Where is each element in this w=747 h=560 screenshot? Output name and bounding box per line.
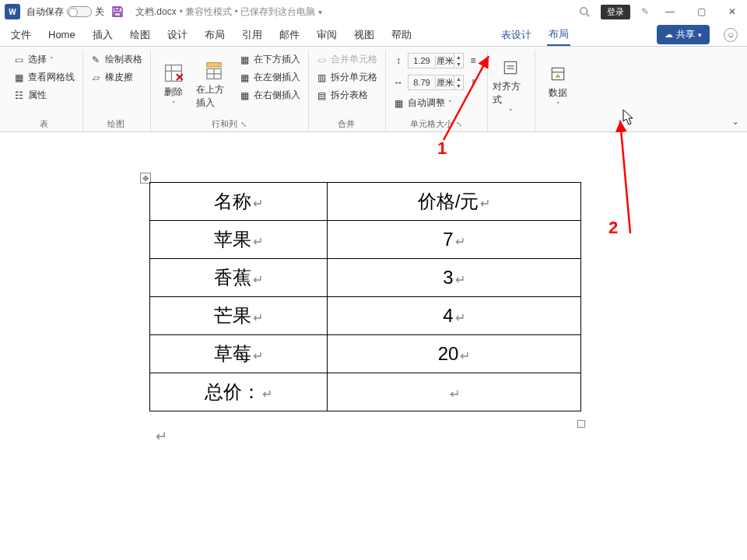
switch-icon[interactable] bbox=[67, 6, 92, 17]
para-mark-icon: ↵ bbox=[253, 273, 263, 286]
tab-design[interactable]: 设计 bbox=[166, 25, 189, 45]
table-cell[interactable]: 草莓↵ bbox=[150, 335, 328, 373]
table-row: 香蕉↵3↵ bbox=[150, 259, 581, 297]
smiley-icon[interactable]: ☺ bbox=[724, 28, 738, 42]
data-button[interactable]: 数据˅ bbox=[540, 51, 576, 121]
tab-layout[interactable]: 布局 bbox=[203, 25, 226, 45]
tab-file[interactable]: 文件 bbox=[9, 25, 33, 45]
pencil-icon: ✎ bbox=[89, 54, 102, 66]
table-resize-handle-icon[interactable] bbox=[577, 420, 585, 428]
distribute-rows-icon[interactable]: ≡ bbox=[467, 54, 479, 67]
table-cell[interactable]: 苹果↵ bbox=[150, 221, 328, 259]
svg-point-0 bbox=[580, 8, 587, 15]
split-cells-button[interactable]: ▥拆分单元格 bbox=[314, 69, 379, 86]
feedback-icon[interactable]: ✎ bbox=[641, 6, 649, 17]
table-cell[interactable]: 4↵ bbox=[328, 297, 581, 335]
spinner-icon[interactable]: ▲▼ bbox=[454, 54, 463, 68]
tab-review[interactable]: 审阅 bbox=[315, 25, 338, 45]
tab-home[interactable]: Home bbox=[47, 26, 77, 44]
document-title: 文档.docx bbox=[135, 5, 177, 19]
chevron-down-icon[interactable]: ▾ bbox=[318, 8, 322, 16]
distribute-cols-icon[interactable]: ⦀ bbox=[467, 76, 479, 89]
table-row: 苹果↵7↵ bbox=[150, 221, 581, 259]
ribbon-group-rowcol: 删除˅ 在上方插入 ▦在下方插入 ▦在左侧插入 ▦在右侧插入 行和列⤡ bbox=[151, 50, 309, 131]
table-cell[interactable]: 总价：↵ bbox=[150, 373, 328, 411]
table-cell[interactable]: 3↵ bbox=[328, 259, 581, 297]
price-table[interactable]: 名称↵价格/元↵ 苹果↵7↵ 香蕉↵3↵ 芒果↵4↵ 草莓↵20↵ 总价：↵↵ bbox=[149, 182, 581, 411]
title-bar: W 自动保存 关 文档.docx • 兼容性模式 • 已保存到这台电脑 ▾ 登录… bbox=[0, 0, 747, 23]
ribbon-group-merge: ▭合并单元格 ▥拆分单元格 ▤拆分表格 合并 bbox=[309, 50, 386, 131]
spinner-icon[interactable]: ▲▼ bbox=[454, 75, 463, 89]
insert-right-button[interactable]: ▦在右侧插入 bbox=[237, 87, 302, 103]
delete-button[interactable]: 删除˅ bbox=[156, 51, 191, 118]
group-label-rowcol: 行和列⤡ bbox=[156, 118, 302, 131]
insert-left-button[interactable]: ▦在左侧插入 bbox=[237, 69, 302, 86]
close-button[interactable]: ✕ bbox=[722, 6, 742, 17]
autofit-button[interactable]: ▦自动调整 ˅ bbox=[391, 95, 481, 111]
table-cell[interactable]: 名称↵ bbox=[150, 183, 328, 221]
insert-below-button[interactable]: ▦在下方插入 bbox=[237, 51, 302, 68]
tab-table-layout[interactable]: 布局 bbox=[547, 24, 570, 46]
search-icon[interactable] bbox=[579, 6, 590, 17]
share-button[interactable]: ☁共享▾ bbox=[657, 25, 710, 44]
row-height-control[interactable]: ↕ 1.29厘米▲▼ ≡ bbox=[391, 51, 481, 70]
autofit-icon: ▦ bbox=[392, 97, 405, 110]
split-table-icon: ▤ bbox=[315, 89, 328, 102]
split-table-button[interactable]: ▤拆分表格 bbox=[314, 87, 379, 103]
tab-help[interactable]: 帮助 bbox=[390, 25, 413, 45]
table-cell[interactable]: 芒果↵ bbox=[150, 297, 328, 335]
alignment-button[interactable]: 对齐方式˅ bbox=[493, 51, 528, 121]
insert-left-icon: ▦ bbox=[238, 72, 251, 84]
para-mark-icon: ↵ bbox=[480, 197, 490, 210]
collapse-ribbon-icon[interactable]: ⌄ bbox=[731, 116, 739, 127]
col-width-control[interactable]: ↔ 8.79厘米▲▼ ⦀ bbox=[391, 73, 481, 92]
delete-icon bbox=[163, 62, 184, 84]
cursor-icon: ▭ bbox=[12, 54, 25, 66]
maximize-button[interactable]: ▢ bbox=[691, 6, 711, 17]
merge-cells-button[interactable]: ▭合并单元格 bbox=[314, 51, 379, 68]
group-label-align bbox=[493, 121, 528, 131]
ribbon-group-draw: ✎绘制表格 ▱橡皮擦 绘图 bbox=[83, 50, 151, 131]
svg-rect-10 bbox=[207, 63, 221, 67]
tab-view[interactable]: 视图 bbox=[352, 25, 376, 45]
document-area[interactable]: ✥ 名称↵价格/元↵ 苹果↵7↵ 香蕉↵3↵ 芒果↵4↵ 草莓↵20↵ 总价：↵… bbox=[0, 132, 747, 560]
table-cell[interactable]: 香蕉↵ bbox=[150, 259, 328, 297]
tab-mailings[interactable]: 邮件 bbox=[278, 25, 301, 45]
tab-table-design[interactable]: 表设计 bbox=[500, 25, 533, 45]
table-cell[interactable]: 20↵ bbox=[328, 335, 581, 373]
group-label-data bbox=[540, 121, 576, 131]
table-row: 总价：↵↵ bbox=[150, 373, 581, 411]
minimize-button[interactable]: — bbox=[660, 6, 680, 17]
login-button[interactable]: 登录 bbox=[601, 5, 630, 19]
dialog-launcher-icon[interactable]: ⤡ bbox=[240, 120, 247, 128]
width-icon: ↔ bbox=[392, 76, 405, 89]
properties-button[interactable]: ☷属性 bbox=[11, 87, 76, 103]
save-icon[interactable] bbox=[110, 5, 124, 19]
gridlines-button[interactable]: ▦查看网格线 bbox=[11, 69, 76, 86]
svg-line-1 bbox=[587, 14, 590, 17]
dialog-launcher-icon[interactable]: ⤡ bbox=[456, 120, 462, 128]
document-subtitle: • 兼容性模式 • 已保存到这台电脑 bbox=[180, 5, 315, 19]
table-cell[interactable]: 7↵ bbox=[328, 221, 581, 259]
table-cell[interactable]: 价格/元↵ bbox=[328, 183, 581, 221]
select-button[interactable]: ▭选择 ˅ bbox=[11, 51, 76, 68]
eraser-button[interactable]: ▱橡皮擦 bbox=[88, 69, 144, 86]
svg-rect-11 bbox=[504, 61, 516, 73]
para-mark-icon: ↵ bbox=[450, 387, 460, 401]
para-mark-icon: ↵ bbox=[253, 311, 263, 324]
autosave-toggle[interactable]: 自动保存 关 bbox=[26, 5, 104, 19]
insert-above-button[interactable]: 在上方插入 bbox=[196, 51, 232, 118]
para-mark-icon: ↵ bbox=[455, 311, 465, 324]
tab-insert[interactable]: 插入 bbox=[91, 25, 114, 45]
eraser-icon: ▱ bbox=[89, 72, 102, 84]
para-mark-icon: ↵ bbox=[253, 197, 263, 210]
group-label-merge: 合并 bbox=[314, 118, 379, 131]
table-cell[interactable]: ↵ bbox=[328, 373, 581, 411]
svg-rect-2 bbox=[166, 65, 182, 81]
tab-draw[interactable]: 绘图 bbox=[128, 25, 152, 45]
draw-table-button[interactable]: ✎绘制表格 bbox=[88, 51, 144, 68]
tab-references[interactable]: 引用 bbox=[240, 25, 264, 45]
table-row: 芒果↵4↵ bbox=[150, 297, 581, 335]
insert-above-icon bbox=[203, 60, 225, 82]
share-label: 共享 bbox=[676, 28, 695, 41]
